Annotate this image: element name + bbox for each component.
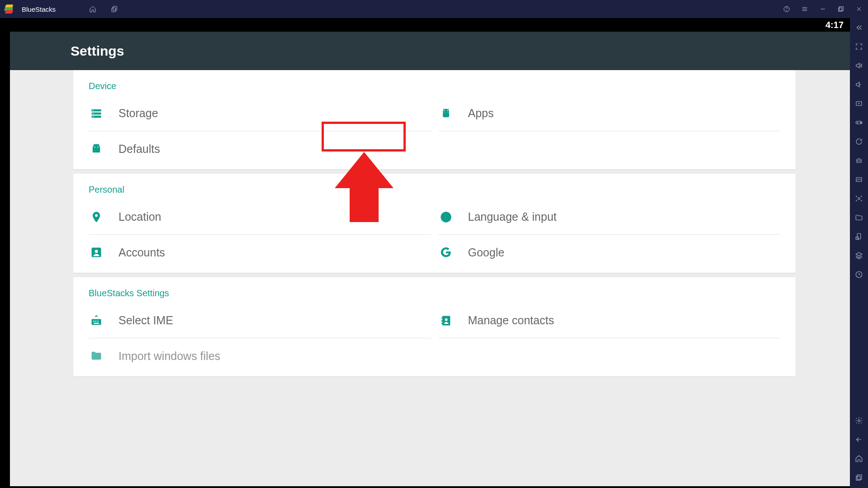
app-name: BlueStacks <box>22 5 56 13</box>
location-pin-icon <box>90 210 103 224</box>
svg-rect-40 <box>441 320 442 321</box>
google-icon <box>439 246 453 259</box>
svg-rect-54 <box>857 233 861 239</box>
setting-language[interactable]: Language & input <box>438 199 781 235</box>
setting-google[interactable]: Google <box>438 235 781 270</box>
account-box-icon <box>90 246 103 259</box>
screenshot-icon[interactable] <box>854 194 864 204</box>
svg-rect-9 <box>839 8 842 11</box>
svg-rect-1 <box>112 8 116 12</box>
bluestacks-logo-icon <box>4 4 14 14</box>
titlebar-right <box>781 4 864 14</box>
fullscreen-icon[interactable] <box>854 42 864 52</box>
folder-open-icon[interactable] <box>854 213 864 223</box>
setting-manage-contacts[interactable]: Manage contacts <box>438 303 781 338</box>
svg-rect-41 <box>441 322 442 323</box>
chevron-left-double-icon[interactable] <box>854 23 864 33</box>
svg-rect-48 <box>857 159 862 163</box>
section-title-bluestacks: BlueStacks Settings <box>89 288 780 298</box>
section-title-personal: Personal <box>89 185 780 195</box>
svg-point-53 <box>858 198 860 200</box>
svg-point-50 <box>860 161 861 161</box>
setting-storage[interactable]: Storage <box>89 96 431 131</box>
window-titlebar: BlueStacks <box>0 0 868 18</box>
svg-rect-8 <box>840 7 844 11</box>
volume-up-icon[interactable] <box>854 61 864 71</box>
apk-icon[interactable]: APK <box>854 175 864 185</box>
setting-google-label: Google <box>468 246 505 259</box>
svg-point-3 <box>787 10 787 11</box>
back-arrow-icon[interactable] <box>854 435 864 445</box>
minimize-icon[interactable] <box>817 4 828 14</box>
setting-location[interactable]: Location <box>89 199 431 235</box>
setting-select-ime[interactable]: Select IME <box>89 303 431 338</box>
android-head-icon <box>90 142 103 156</box>
folder-icon <box>90 349 103 363</box>
svg-point-32 <box>95 250 98 253</box>
volume-down-icon[interactable] <box>854 80 864 90</box>
svg-point-15 <box>93 110 94 111</box>
keymap-icon[interactable] <box>854 99 864 109</box>
gear-icon[interactable] <box>854 416 864 426</box>
section-device: Device Storage Apps <box>73 70 796 169</box>
setting-location-label: Location <box>119 210 161 223</box>
multi-window-icon[interactable] <box>110 5 119 14</box>
section-bluestacks: BlueStacks Settings Select IME <box>73 277 796 376</box>
setting-import-files-label: Import windows files <box>119 350 220 363</box>
setting-defaults-label: Defaults <box>119 142 160 156</box>
setting-language-label: Language & input <box>468 210 557 223</box>
help-icon[interactable] <box>781 4 792 14</box>
setting-accounts[interactable]: Accounts <box>89 235 431 270</box>
svg-point-16 <box>93 113 94 114</box>
side-toolbar: APK <box>850 18 868 488</box>
svg-rect-0 <box>113 6 117 10</box>
svg-rect-37 <box>94 322 99 323</box>
contacts-book-icon <box>439 314 453 327</box>
menu-icon[interactable] <box>799 4 810 14</box>
svg-point-42 <box>445 318 447 321</box>
svg-point-27 <box>95 214 98 217</box>
svg-point-57 <box>858 420 860 422</box>
section-personal: Personal Location Language & <box>73 174 796 273</box>
svg-rect-33 <box>92 319 101 325</box>
keyboard-icon <box>90 314 103 327</box>
recents-icon[interactable] <box>854 473 864 483</box>
titlebar-left: BlueStacks <box>4 4 119 14</box>
settings-body[interactable]: Device Storage Apps <box>10 70 850 486</box>
setting-apps-label: Apps <box>468 107 494 120</box>
svg-rect-36 <box>97 321 98 322</box>
setting-defaults[interactable]: Defaults <box>89 131 431 166</box>
layers-icon[interactable] <box>854 251 864 261</box>
setting-apps[interactable]: Apps <box>438 96 781 131</box>
clock-icon[interactable] <box>854 270 864 280</box>
svg-point-23 <box>94 147 95 147</box>
setting-manage-contacts-label: Manage contacts <box>468 314 554 327</box>
android-viewport: 4:17 Settings Device Storage <box>0 18 850 488</box>
sync-icon[interactable] <box>854 137 864 147</box>
gamepad-icon[interactable] <box>854 118 864 128</box>
svg-point-17 <box>93 116 94 117</box>
svg-rect-18 <box>443 112 449 117</box>
home-nav-icon[interactable] <box>854 454 864 464</box>
setting-select-ime-label: Select IME <box>119 314 173 327</box>
svg-rect-35 <box>95 321 96 322</box>
svg-point-19 <box>444 110 445 111</box>
svg-rect-34 <box>93 321 94 322</box>
android-status-bar: 4:17 <box>10 18 850 32</box>
page-title: Settings <box>71 43 124 59</box>
setting-import-files[interactable]: Import windows files <box>89 338 431 374</box>
svg-point-24 <box>97 147 98 147</box>
svg-text:APK: APK <box>857 179 861 181</box>
status-time: 4:17 <box>825 20 844 30</box>
close-icon[interactable] <box>854 4 864 14</box>
android-icon <box>439 107 453 120</box>
home-icon[interactable] <box>88 5 97 14</box>
storage-icon <box>90 107 103 120</box>
svg-rect-59 <box>856 476 860 480</box>
robot-icon[interactable] <box>854 156 864 166</box>
maximize-icon[interactable] <box>835 4 846 14</box>
svg-line-22 <box>447 109 448 109</box>
svg-point-46 <box>860 122 861 123</box>
svg-rect-58 <box>857 475 862 479</box>
device-icon[interactable] <box>854 232 864 242</box>
